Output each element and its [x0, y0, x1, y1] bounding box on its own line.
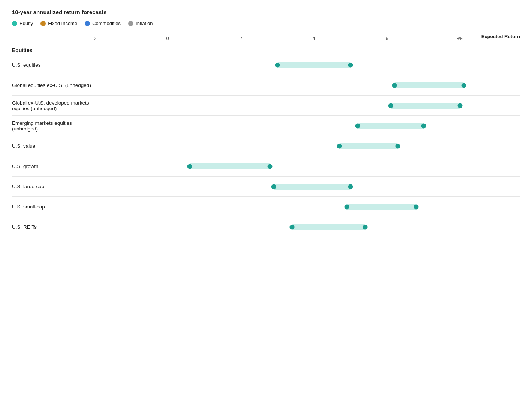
dot-low — [271, 184, 276, 189]
bar-area — [94, 116, 460, 136]
legend-dot — [128, 21, 133, 26]
table-row: Global equities ex-U.S. (unhedged) — [12, 75, 520, 96]
legend-item: Equity — [12, 21, 33, 26]
table-row: U.S. equities — [12, 55, 520, 75]
dot-high — [461, 83, 466, 88]
chart-title: 10-year annualized return forecasts — [12, 9, 520, 15]
range-bar — [347, 204, 416, 210]
row-label: U.S. REITs — [12, 224, 94, 230]
range-bar — [274, 184, 351, 190]
dot-low — [388, 103, 393, 108]
dot-low — [344, 204, 349, 209]
axis-tick-label: 6 — [385, 36, 388, 41]
dot-low — [289, 225, 294, 229]
legend-dot — [85, 21, 90, 26]
table-row: U.S. REITs — [12, 217, 520, 237]
bar-area — [94, 217, 460, 237]
chart-container: 10-year annualized return forecasts Equi… — [12, 9, 520, 237]
bar-area — [94, 156, 460, 176]
bar-area — [94, 136, 460, 156]
range-bar — [292, 224, 365, 230]
table-row: U.S. small-cap — [12, 197, 520, 217]
row-label: U.S. equities — [12, 62, 94, 68]
row-label: Global equities ex-U.S. (unhedged) — [12, 82, 94, 88]
dot-low — [187, 164, 192, 169]
legend-label: Equity — [19, 21, 33, 26]
sections-container: EquitiesU.S. equitiesGlobal equities ex-… — [12, 45, 520, 237]
legend: Equity Fixed Income Commodities Inflatio… — [12, 21, 520, 26]
range-bar — [358, 123, 424, 129]
bar-area — [94, 177, 460, 196]
axis-tick-label: 4 — [312, 36, 315, 41]
bar-area — [94, 96, 460, 115]
bar-area — [94, 75, 460, 95]
range-bar — [277, 62, 351, 68]
row-label: Emerging markets equities (unhedged) — [12, 120, 94, 132]
table-row: Emerging markets equities (unhedged) — [12, 116, 520, 136]
dot-high — [396, 144, 400, 148]
range-bar — [190, 163, 270, 169]
axis-tick-label: -2 — [92, 36, 97, 41]
table-row: Global ex-U.S. developed markets equitie… — [12, 96, 520, 116]
bar-area — [94, 55, 460, 75]
dot-high — [363, 225, 367, 229]
dot-high — [421, 123, 426, 128]
dot-low — [275, 63, 280, 67]
row-label: Global ex-U.S. developed markets equitie… — [12, 100, 94, 111]
dot-high — [268, 164, 273, 169]
row-label: U.S. growth — [12, 163, 94, 169]
legend-label: Commodities — [92, 21, 121, 26]
legend-dot — [12, 21, 17, 26]
axis-row: -202468% Expected Return — [12, 33, 520, 43]
dot-high — [458, 103, 463, 108]
row-label: U.S. small-cap — [12, 204, 94, 210]
chart-area: -202468% Expected Return EquitiesU.S. eq… — [12, 33, 520, 237]
legend-item: Inflation — [128, 21, 153, 26]
section-header: Equities — [12, 45, 520, 55]
axis-labels: -202468% — [94, 33, 460, 43]
table-row: U.S. large-cap — [12, 177, 520, 197]
range-bar — [394, 82, 464, 88]
legend-item: Commodities — [85, 21, 121, 26]
axis-line — [94, 43, 460, 43]
legend-item: Fixed Income — [40, 21, 77, 26]
dot-low — [337, 144, 342, 148]
legend-label: Inflation — [136, 21, 153, 26]
range-bar — [339, 143, 398, 149]
axis-tick-label: 2 — [239, 36, 242, 41]
dot-low — [392, 83, 397, 88]
axis-tick-label: 0 — [166, 36, 169, 41]
table-row: U.S. value — [12, 136, 520, 156]
legend-dot — [40, 21, 46, 26]
legend-label: Fixed Income — [48, 21, 77, 26]
range-bar — [391, 103, 460, 109]
row-label: U.S. value — [12, 143, 94, 149]
expected-return-header: Expected Return — [462, 34, 520, 40]
dot-low — [355, 123, 360, 128]
dot-high — [348, 184, 353, 189]
table-row: U.S. growth — [12, 156, 520, 177]
dot-high — [348, 63, 353, 67]
dot-high — [414, 204, 419, 209]
row-label: U.S. large-cap — [12, 184, 94, 189]
bar-area — [94, 197, 460, 217]
